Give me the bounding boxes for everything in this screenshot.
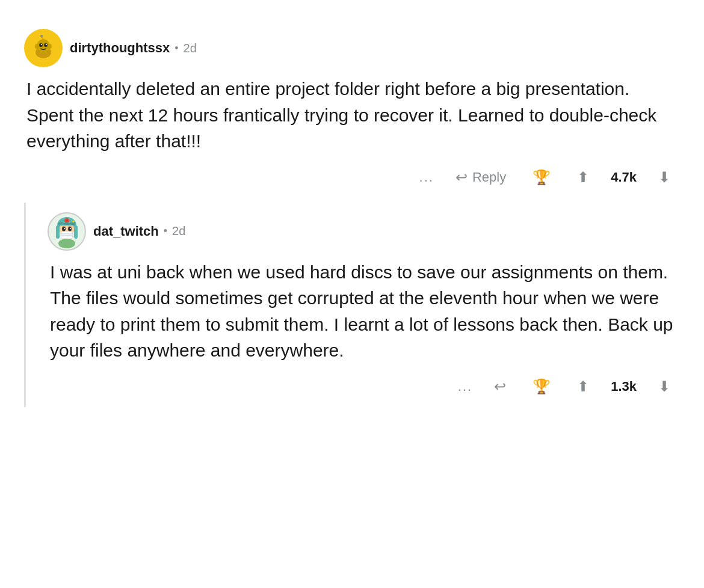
reply-award-button[interactable]: 🏆 [528, 376, 555, 397]
avatar [24, 29, 63, 67]
svg-point-23 [58, 239, 75, 248]
main-comment: dirtythoughtssx • 2d I accidentally dele… [24, 19, 680, 198]
reply-icon: ↩ [455, 169, 468, 186]
reply-avatar: ✦ [48, 212, 86, 251]
reply-label: Reply [472, 170, 506, 185]
reply-section: ✦ dat_twitch • 2d I was at uni back when… [24, 203, 680, 407]
svg-point-19 [64, 228, 65, 229]
comment-header: dirtythoughtssx • 2d [24, 29, 680, 67]
svg-point-8 [35, 44, 39, 49]
reply-reply-button[interactable]: ↩ [489, 376, 511, 397]
separator-dot: • [174, 42, 178, 55]
svg-point-7 [40, 35, 43, 37]
svg-point-3 [44, 43, 48, 47]
svg-rect-11 [56, 225, 60, 239]
svg-point-9 [48, 44, 52, 49]
reply-downvote-button[interactable]: ⬇ [653, 376, 675, 397]
upvote-icon: ⬆ [577, 169, 589, 186]
reply-more-options-button[interactable]: ... [458, 379, 472, 394]
upvote-button[interactable]: ⬆ [572, 167, 594, 188]
svg-point-5 [46, 44, 47, 45]
comment-actions: ... ↩ Reply 🏆 ⬆ 4.7k ⬇ [24, 167, 680, 188]
reply-user-info: dat_twitch • 2d [93, 224, 185, 239]
reply-reply-icon: ↩ [494, 378, 506, 395]
downvote-icon: ⬇ [658, 169, 670, 186]
svg-point-20 [70, 228, 71, 229]
award-button[interactable]: 🏆 [528, 167, 555, 188]
reply-downvote-icon: ⬇ [658, 378, 670, 395]
reply-comment-body: I was at uni back when we used hard disc… [48, 259, 680, 364]
reply-separator-dot: • [164, 225, 167, 237]
svg-point-22 [66, 219, 68, 222]
timestamp: 2d [184, 41, 197, 55]
reply-comment: ✦ dat_twitch • 2d I was at uni back when… [48, 203, 680, 407]
reply-upvote-icon: ⬆ [577, 378, 589, 395]
reply-username[interactable]: dat_twitch [93, 224, 159, 239]
reply-button[interactable]: ↩ Reply [451, 167, 511, 188]
svg-point-18 [68, 227, 72, 231]
award-icon: 🏆 [533, 169, 551, 186]
svg-point-2 [39, 43, 43, 47]
reply-vote-count: 1.3k [611, 379, 637, 394]
user-info: dirtythoughtssx • 2d [70, 40, 197, 56]
reply-award-icon: 🏆 [533, 378, 551, 395]
svg-point-1 [37, 39, 50, 54]
reply-comment-header: ✦ dat_twitch • 2d [48, 212, 680, 251]
svg-point-4 [41, 44, 42, 45]
reply-upvote-button[interactable]: ⬆ [572, 376, 594, 397]
svg-text:✦: ✦ [72, 219, 75, 224]
vote-count: 4.7k [611, 170, 637, 185]
username[interactable]: dirtythoughtssx [70, 40, 170, 56]
downvote-button[interactable]: ⬇ [653, 167, 675, 188]
comment-body: I accidentally deleted an entire project… [24, 76, 680, 155]
svg-rect-12 [74, 225, 78, 239]
reply-timestamp: 2d [172, 224, 185, 238]
svg-point-17 [62, 227, 66, 231]
svg-rect-14 [61, 231, 73, 239]
reply-comment-actions: ... ↩ 🏆 ⬆ 1.3k ⬇ [48, 376, 680, 397]
more-options-button[interactable]: ... [419, 170, 434, 185]
